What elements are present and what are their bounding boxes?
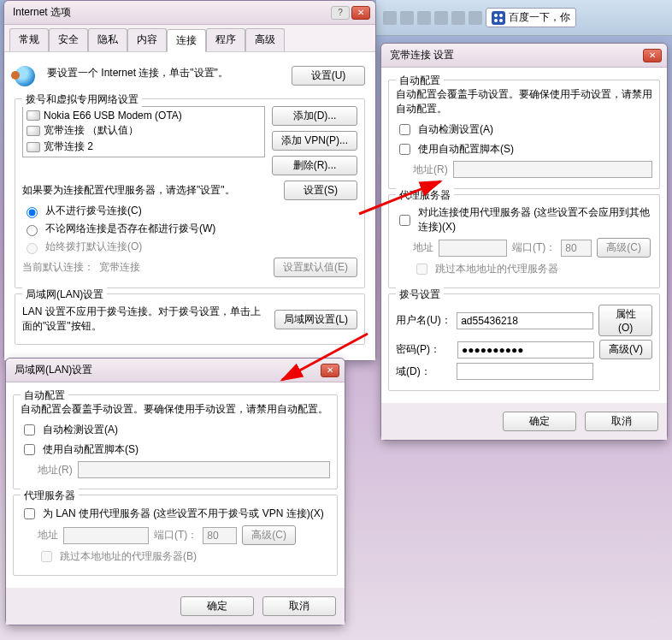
- lan-group: 局域网(LAN)设置 LAN 设置不应用于拨号连接。对于拨号设置，单击上面的"设…: [15, 293, 365, 345]
- lan-auto-title: 自动配置: [21, 388, 68, 403]
- lan-auto-script-checkbox[interactable]: 使用自动配置脚本(S): [21, 441, 330, 458]
- dialup-group: 拨号和虚拟专用网络设置 Nokia E66 USB Modem (OTA) 宽带…: [15, 98, 365, 288]
- radio-dial-always: 始终拨打默认连接(O): [22, 240, 357, 254]
- setup-button[interactable]: 设置(U): [292, 66, 365, 86]
- menu-icon[interactable]: [469, 11, 482, 25]
- bb-cancel-button[interactable]: 取消: [585, 412, 658, 431]
- bb-advanced-button: 高级(C): [597, 238, 651, 258]
- remove-button[interactable]: 删除(R)...: [272, 156, 357, 175]
- list-item[interactable]: 宽带连接 （默认值）: [25, 122, 262, 139]
- lan-titlebar: 局域网(LAN)设置 ✕: [6, 359, 345, 382]
- lan-proxy-port-label: 端口(T)：: [154, 528, 197, 542]
- broadband-title: 宽带连接 设置: [386, 48, 641, 62]
- bb-user-input[interactable]: [457, 312, 593, 329]
- lan-addr-label: 地址(R): [38, 463, 73, 477]
- lan-proxy-use-checkbox[interactable]: 为 LAN 使用代理服务器 (这些设置不用于拨号或 VPN 连接)(X): [21, 506, 330, 522]
- bb-domain-input[interactable]: [457, 363, 593, 380]
- bb-auto-note: 自动配置会覆盖手动设置。要确保使用手动设置，请禁用自动配置。: [396, 87, 652, 116]
- lan-addr-input: [78, 461, 330, 478]
- bb-proxy-port-label: 端口(T)：: [512, 240, 556, 255]
- bb-pass-label: 密码(P)：: [396, 342, 452, 357]
- bb-addr-input: [453, 161, 652, 178]
- close-button[interactable]: ✕: [321, 364, 339, 377]
- internet-options-dialog: Internet 选项 ? ✕ 常规 安全 隐私 内容 连接 程序 高级 要设置…: [3, 0, 376, 361]
- baidu-paw-icon: [492, 11, 505, 25]
- broadband-titlebar: 宽带连接 设置 ✕: [381, 44, 667, 68]
- baidu-search[interactable]: 百度一下，你: [486, 8, 576, 27]
- lan-advanced-button: 高级(C): [242, 525, 296, 545]
- modem-icon: [27, 142, 40, 152]
- default-conn-value: 宽带连接: [99, 260, 268, 275]
- bb-proxy-addr-label: 地址: [413, 240, 433, 255]
- lan-group-title: 局域网(LAN)设置: [22, 287, 107, 302]
- favorites-icon[interactable]: [417, 11, 431, 25]
- print-icon[interactable]: [434, 11, 448, 25]
- tab-content[interactable]: 内容: [127, 28, 167, 51]
- add-button[interactable]: 添加(D)...: [272, 106, 357, 126]
- lan-note: LAN 设置不应用于拨号连接。对于拨号设置，单击上面的"设置"按钮。: [22, 305, 269, 334]
- internet-options-title: Internet 选项: [9, 5, 329, 20]
- lan-auto-group: 自动配置 自动配置会覆盖手动设置。要确保使用手动设置，请禁用自动配置。 自动检测…: [13, 394, 338, 489]
- list-item[interactable]: 宽带连接 2: [25, 139, 262, 155]
- home-icon[interactable]: [383, 11, 397, 25]
- baidu-label: 百度一下，你: [509, 10, 570, 25]
- lan-auto-detect-checkbox[interactable]: 自动检测设置(A): [21, 422, 330, 438]
- radio-dial-cond[interactable]: 不论网络连接是否存在都进行拨号(W): [22, 222, 357, 236]
- default-conn-label: 当前默认连接：: [22, 260, 94, 275]
- tab-privacy[interactable]: 隐私: [88, 28, 127, 51]
- bb-proxy-title: 代理服务器: [396, 188, 454, 203]
- bb-auto-detect-checkbox[interactable]: 自动检测设置(A): [396, 121, 652, 138]
- set-default-button: 设置默认值(E): [274, 258, 357, 277]
- connections-listbox[interactable]: Nokia E66 USB Modem (OTA) 宽带连接 （默认值） 宽带连…: [22, 106, 265, 157]
- internet-options-titlebar: Internet 选项 ? ✕: [4, 1, 375, 25]
- tab-connections[interactable]: 连接: [167, 29, 206, 52]
- bb-proxy-addr-input: [439, 240, 507, 257]
- bb-user-label: 用户名(U)：: [396, 313, 451, 328]
- bb-properties-button[interactable]: 属性(O): [598, 305, 652, 336]
- dialup-group-title: 拨号和虚拟专用网络设置: [22, 92, 142, 107]
- bb-auto-group: 自动配置 自动配置会覆盖手动设置。要确保使用手动设置，请禁用自动配置。 自动检测…: [388, 80, 660, 189]
- bb-dial-group: 拨号设置 用户名(U)： 属性(O) 密码(P)： 高级(V) 域(D)：: [388, 293, 660, 391]
- lan-settings-button[interactable]: 局域网设置(L): [274, 310, 357, 329]
- star-icon[interactable]: [400, 11, 414, 25]
- proxy-note: 如果要为连接配置代理服务器，请选择"设置"。: [22, 183, 279, 198]
- list-item[interactable]: Nokia E66 USB Modem (OTA): [25, 109, 262, 122]
- close-button[interactable]: ✕: [351, 6, 370, 20]
- modem-icon: [27, 126, 40, 136]
- bb-advanced2-button[interactable]: 高级(V): [599, 340, 652, 359]
- tab-security[interactable]: 安全: [49, 28, 88, 51]
- bb-ok-button[interactable]: 确定: [503, 412, 576, 431]
- globe-icon: [15, 66, 35, 86]
- bb-proxy-use-checkbox[interactable]: 对此连接使用代理服务器 (这些设置不会应用到其他连接)(X): [396, 205, 652, 234]
- close-button[interactable]: ✕: [643, 49, 662, 62]
- tab-general[interactable]: 常规: [9, 28, 49, 51]
- add-vpn-button[interactable]: 添加 VPN(P)...: [272, 131, 357, 151]
- help-button[interactable]: ?: [331, 6, 350, 20]
- lan-auto-note: 自动配置会覆盖手动设置。要确保使用手动设置，请禁用自动配置。: [21, 402, 330, 417]
- bb-auto-script-checkbox[interactable]: 使用自动配置脚本(S): [396, 141, 652, 157]
- lan-proxy-group: 代理服务器 为 LAN 使用代理服务器 (这些设置不用于拨号或 VPN 连接)(…: [13, 495, 338, 576]
- lan-cancel-button[interactable]: 取消: [262, 596, 336, 616]
- bb-addr-label: 地址(R): [413, 163, 448, 177]
- broadband-settings-dialog: 宽带连接 设置 ✕ 自动配置 自动配置会覆盖手动设置。要确保使用手动设置，请禁用…: [380, 43, 668, 441]
- bb-proxy-group: 代理服务器 对此连接使用代理服务器 (这些设置不会应用到其他连接)(X) 地址 …: [388, 194, 660, 288]
- settings-button[interactable]: 设置(S): [284, 181, 357, 200]
- modem-icon: [27, 110, 40, 121]
- bb-proxy-port-input: [561, 240, 592, 257]
- lan-ok-button[interactable]: 确定: [180, 596, 254, 616]
- tab-advanced[interactable]: 高级: [245, 28, 285, 51]
- browser-toolbar-fragment: 百度一下，你: [376, 0, 672, 36]
- lan-title: 局域网(LAN)设置: [11, 363, 319, 377]
- bb-pass-input[interactable]: [457, 341, 594, 359]
- lan-settings-dialog: 局域网(LAN)设置 ✕ 自动配置 自动配置会覆盖手动设置。要确保使用手动设置，…: [5, 358, 345, 625]
- tabbar: 常规 安全 隐私 内容 连接 程序 高级: [4, 25, 375, 52]
- bb-auto-title: 自动配置: [396, 74, 444, 88]
- tools-icon[interactable]: [451, 11, 465, 25]
- bb-domain-label: 域(D)：: [396, 364, 451, 379]
- tab-programs[interactable]: 程序: [206, 28, 245, 51]
- setup-text: 要设置一个 Internet 连接，单击"设置"。: [40, 66, 286, 80]
- radio-never-dial[interactable]: 从不进行拨号连接(C): [22, 204, 357, 218]
- lan-proxy-addr-label: 地址: [38, 528, 58, 542]
- lan-proxy-addr-input: [63, 527, 149, 544]
- lan-proxy-port-input: [203, 527, 237, 544]
